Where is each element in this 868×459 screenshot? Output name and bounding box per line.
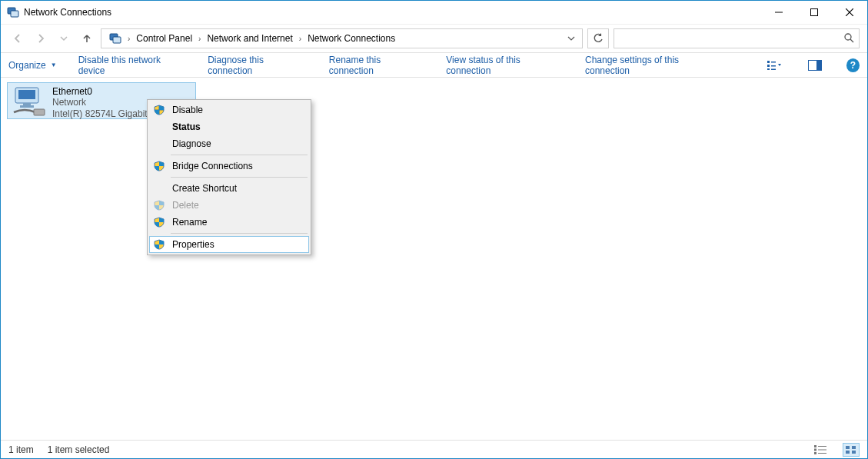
- svg-rect-15: [771, 68, 776, 70]
- svg-rect-32: [852, 451, 856, 454]
- up-button[interactable]: [78, 29, 96, 48]
- svg-rect-28: [818, 453, 826, 454]
- ctx-status[interactable]: Status: [149, 118, 309, 135]
- svg-rect-10: [767, 61, 770, 63]
- uac-shield-icon: [152, 200, 166, 211]
- rename-command[interactable]: Rename this connection: [329, 55, 424, 76]
- command-bar: Organize ▼ Disable this network device D…: [1, 53, 867, 78]
- status-item-count: 1 item: [8, 444, 34, 455]
- ctx-shortcut-label: Create Shortcut: [172, 183, 303, 194]
- adapter-device: Intel(R) 82574L Gigabit N: [52, 108, 157, 119]
- ctx-separator: [171, 233, 308, 234]
- svg-rect-19: [18, 90, 35, 99]
- svg-line-9: [850, 39, 853, 42]
- content-area[interactable]: Ethernet0 Network Intel(R) 82574L Gigabi…: [1, 78, 867, 440]
- breadcrumb-network-connections[interactable]: Network Connections: [303, 32, 400, 45]
- chevron-right-icon[interactable]: ›: [128, 35, 130, 43]
- chevron-right-icon[interactable]: ›: [299, 35, 301, 43]
- view-status-command[interactable]: View status of this connection: [446, 55, 564, 76]
- large-icons-view-button[interactable]: [843, 443, 860, 457]
- help-button[interactable]: ?: [846, 58, 860, 72]
- ctx-separator: [171, 177, 308, 178]
- ctx-shortcut[interactable]: Create Shortcut: [149, 180, 309, 197]
- svg-point-8: [845, 34, 851, 40]
- adapter-status: Network: [52, 97, 157, 108]
- preview-pane-button[interactable]: [805, 56, 824, 75]
- uac-shield-icon: [152, 217, 166, 228]
- organize-label: Organize: [8, 60, 46, 71]
- ctx-delete-label: Delete: [172, 200, 303, 211]
- svg-rect-30: [852, 446, 856, 449]
- ctx-diagnose-label: Diagnose: [172, 138, 303, 149]
- refresh-button[interactable]: [587, 28, 609, 48]
- svg-rect-13: [771, 62, 776, 63]
- change-settings-command[interactable]: Change settings of this connection: [585, 55, 721, 76]
- ctx-properties[interactable]: Properties: [149, 236, 309, 253]
- breadcrumb-icon[interactable]: [105, 31, 126, 46]
- breadcrumb-network-internet[interactable]: Network and Internet: [202, 32, 297, 45]
- ctx-bridge-label: Bridge Connections: [172, 161, 303, 171]
- adapter-text: Ethernet0 Network Intel(R) 82574L Gigabi…: [52, 86, 157, 119]
- svg-rect-3: [811, 9, 818, 16]
- svg-rect-24: [818, 446, 826, 447]
- chevron-down-icon: ▼: [51, 62, 57, 68]
- svg-rect-21: [20, 105, 34, 108]
- breadcrumb-control-panel[interactable]: Control Panel: [131, 32, 197, 45]
- uac-shield-icon: [152, 239, 166, 250]
- back-button[interactable]: [8, 29, 27, 48]
- svg-rect-12: [767, 68, 770, 70]
- svg-rect-14: [771, 65, 776, 67]
- recent-dropdown-button[interactable]: [55, 29, 73, 48]
- svg-rect-20: [23, 103, 31, 105]
- view-options-button[interactable]: [764, 56, 783, 75]
- search-input[interactable]: [614, 28, 860, 48]
- adapter-name: Ethernet0: [52, 86, 157, 97]
- disable-device-command[interactable]: Disable this network device: [78, 55, 187, 76]
- address-bar: › Control Panel › Network and Internet ›…: [1, 24, 867, 53]
- minimize-button[interactable]: [761, 1, 796, 24]
- breadcrumb-box[interactable]: › Control Panel › Network and Internet ›…: [101, 28, 583, 48]
- window-title: Network Connections: [24, 7, 111, 18]
- maximize-button[interactable]: [796, 1, 832, 24]
- forward-button[interactable]: [32, 29, 50, 48]
- ctx-separator: [171, 155, 308, 155]
- ctx-disable[interactable]: Disable: [149, 101, 309, 118]
- address-dropdown-button[interactable]: [564, 35, 579, 42]
- status-selected-count: 1 item selected: [48, 444, 110, 455]
- ctx-status-label: Status: [172, 121, 303, 132]
- network-adapter-icon: [12, 86, 46, 117]
- details-view-button[interactable]: [812, 443, 829, 457]
- chevron-right-icon[interactable]: ›: [198, 35, 201, 43]
- app-icon: [7, 6, 19, 18]
- svg-rect-7: [113, 37, 121, 43]
- ctx-rename[interactable]: Rename: [149, 214, 309, 231]
- ctx-delete: Delete: [149, 197, 309, 214]
- uac-shield-icon: [152, 105, 166, 115]
- svg-rect-26: [818, 449, 826, 450]
- svg-rect-29: [846, 446, 850, 449]
- ctx-bridge[interactable]: Bridge Connections: [149, 158, 309, 175]
- svg-rect-1: [11, 11, 18, 17]
- ctx-diagnose[interactable]: Diagnose: [149, 135, 309, 152]
- svg-rect-23: [814, 445, 816, 447]
- status-bar: 1 item 1 item selected: [1, 440, 867, 458]
- organize-menu[interactable]: Organize ▼: [8, 60, 57, 71]
- diagnose-command[interactable]: Diagnose this connection: [208, 55, 308, 76]
- ctx-properties-label: Properties: [172, 239, 303, 250]
- search-icon[interactable]: [843, 32, 854, 45]
- svg-rect-17: [816, 60, 822, 70]
- titlebar: Network Connections: [1, 1, 867, 24]
- ctx-rename-label: Rename: [172, 217, 303, 228]
- svg-rect-31: [846, 451, 850, 454]
- svg-rect-22: [34, 109, 45, 115]
- svg-rect-25: [814, 448, 816, 451]
- ctx-disable-label: Disable: [172, 105, 303, 115]
- svg-rect-11: [767, 65, 770, 67]
- uac-shield-icon: [152, 161, 166, 171]
- context-menu: Disable Status Diagnose Bridge Connectio…: [147, 99, 311, 255]
- close-button[interactable]: [832, 1, 867, 24]
- svg-rect-27: [814, 452, 816, 454]
